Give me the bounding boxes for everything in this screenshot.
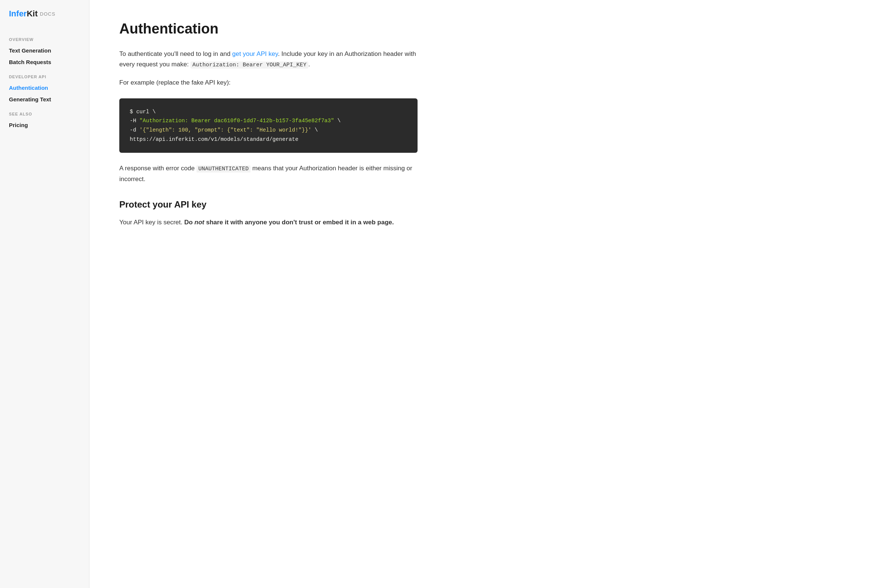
api-key-link[interactable]: get your API key bbox=[232, 50, 278, 57]
protect-paragraph: Your API key is secret. Do not share it … bbox=[119, 217, 418, 228]
sidebar-item-batch-requests[interactable]: Batch Requests bbox=[0, 56, 89, 68]
auth-header-code: Authorization: Bearer YOUR_API_KEY bbox=[190, 62, 308, 69]
protect-bold-after: share it with anyone you don't trust or … bbox=[204, 219, 394, 226]
code-line-4: https://api.inferkit.com/v1/models/stand… bbox=[130, 135, 407, 144]
logo-kit: Kit bbox=[27, 9, 38, 18]
sidebar: InferKit DOCS OVERVIEW Text Generation B… bbox=[0, 0, 89, 588]
protect-bold-do: Do not bbox=[184, 219, 204, 226]
logo-docs: DOCS bbox=[40, 11, 56, 17]
sidebar-section-see-also: SEE ALSO bbox=[0, 105, 89, 119]
error-code: UNAUTHENTICATED bbox=[196, 166, 251, 172]
code-line-3: -d '{"length": 100, "prompt": {"text": "… bbox=[130, 125, 407, 135]
code-line-2: -H "Authorization: Bearer dac610f0-1dd7-… bbox=[130, 116, 407, 125]
page-title: Authentication bbox=[119, 21, 418, 37]
logo-infer: Infer bbox=[9, 9, 27, 18]
protect-heading: Protect your API key bbox=[119, 199, 418, 210]
intro-paragraph: To authenticate you'll need to log in an… bbox=[119, 49, 418, 70]
sidebar-item-text-generation[interactable]: Text Generation bbox=[0, 45, 89, 56]
sidebar-item-pricing[interactable]: Pricing bbox=[0, 119, 89, 131]
protect-italic-not: not bbox=[195, 219, 204, 226]
example-label: For example (replace the fake API key): bbox=[119, 77, 418, 88]
logo: InferKit DOCS bbox=[0, 9, 89, 30]
code-line-1: $ curl \ bbox=[130, 107, 407, 117]
sidebar-item-generating-text[interactable]: Generating Text bbox=[0, 93, 89, 105]
code-block: $ curl \ -H "Authorization: Bearer dac61… bbox=[119, 98, 418, 153]
main-content: Authentication To authenticate you'll ne… bbox=[89, 0, 447, 588]
sidebar-section-developer-api: DEVELOPER API bbox=[0, 68, 89, 82]
sidebar-section-overview: OVERVIEW bbox=[0, 30, 89, 45]
error-paragraph: A response with error code UNAUTHENTICAT… bbox=[119, 163, 418, 184]
intro-text-before-link: To authenticate you'll need to log in an… bbox=[119, 50, 232, 57]
sidebar-item-authentication[interactable]: Authentication bbox=[0, 82, 89, 93]
